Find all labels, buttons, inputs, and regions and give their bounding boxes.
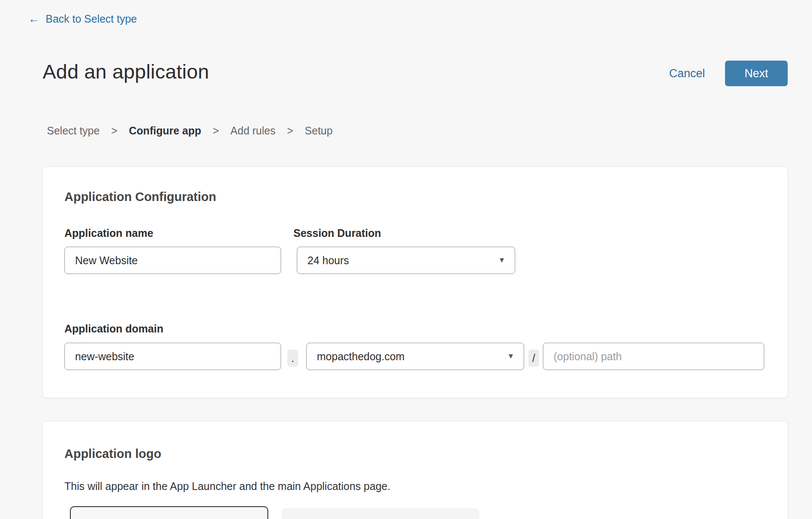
header-actions: Cancel Next bbox=[669, 61, 788, 86]
domain-select[interactable]: mopacthedog.com ▼ bbox=[306, 343, 524, 370]
breadcrumb-step-setup[interactable]: Setup bbox=[305, 125, 333, 137]
breadcrumb-step-select-type[interactable]: Select type bbox=[47, 125, 100, 137]
application-name-label: Application name bbox=[64, 227, 153, 239]
logo-option-selected[interactable] bbox=[70, 506, 268, 519]
session-duration-label: Session Duration bbox=[293, 227, 381, 239]
wizard-breadcrumb: Select type > Configure app > Add rules … bbox=[47, 125, 333, 137]
logo-option-upload[interactable] bbox=[281, 508, 479, 519]
session-duration-value: 24 hours bbox=[307, 254, 349, 267]
dot-separator: . bbox=[287, 350, 298, 367]
back-arrow-icon: ← bbox=[28, 13, 40, 25]
back-to-select-type-link[interactable]: ← Back to Select type bbox=[28, 13, 137, 25]
application-logo-card: Application logo This will appear in the… bbox=[42, 421, 788, 519]
back-link-label: Back to Select type bbox=[46, 13, 137, 25]
configuration-card-heading: Application Configuration bbox=[64, 190, 216, 204]
chevron-down-icon: ▼ bbox=[498, 256, 505, 265]
breadcrumb-step-add-rules[interactable]: Add rules bbox=[230, 125, 276, 137]
page-title: Add an application bbox=[43, 60, 209, 83]
domain-value: mopacthedog.com bbox=[317, 350, 405, 363]
breadcrumb-separator: > bbox=[111, 125, 118, 137]
breadcrumb-separator: > bbox=[213, 125, 219, 137]
cancel-button[interactable]: Cancel bbox=[669, 67, 705, 80]
session-duration-select[interactable]: 24 hours ▼ bbox=[297, 247, 515, 274]
logo-card-description: This will appear in the App Launcher and… bbox=[64, 480, 390, 493]
breadcrumb-step-configure-app[interactable]: Configure app bbox=[129, 125, 201, 137]
next-button[interactable]: Next bbox=[725, 61, 788, 86]
slash-separator: / bbox=[528, 350, 539, 367]
subdomain-input[interactable] bbox=[64, 343, 281, 370]
breadcrumb-separator: > bbox=[287, 125, 293, 137]
path-input[interactable] bbox=[543, 343, 764, 370]
application-name-input[interactable] bbox=[64, 247, 281, 274]
application-configuration-card: Application Configuration Application na… bbox=[42, 166, 788, 398]
add-application-page: ← Back to Select type Add an application… bbox=[0, 0, 812, 519]
logo-card-heading: Application logo bbox=[64, 447, 161, 461]
application-domain-label: Application domain bbox=[64, 323, 163, 335]
chevron-down-icon: ▼ bbox=[507, 352, 514, 361]
